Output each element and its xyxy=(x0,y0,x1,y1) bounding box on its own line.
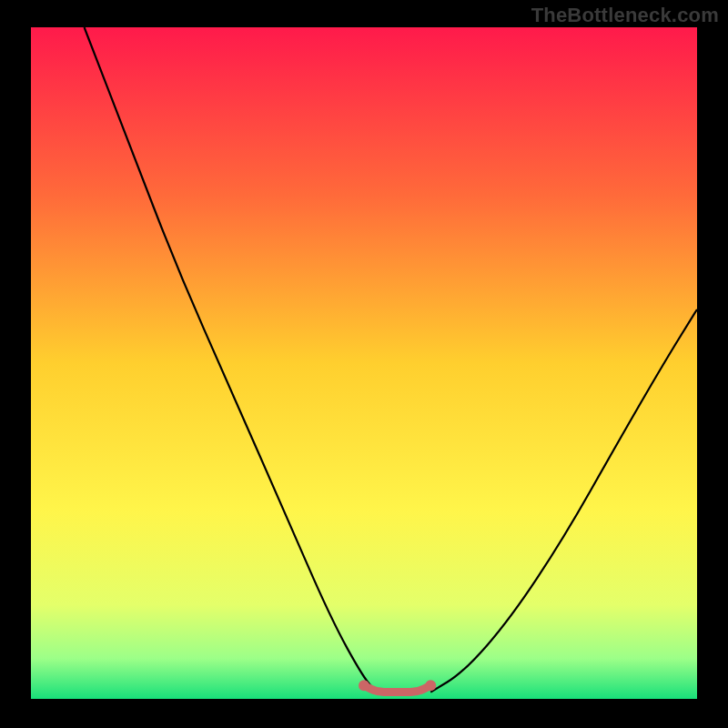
chart-frame: TheBottleneck.com xyxy=(0,0,728,728)
bottleneck-chart xyxy=(0,0,728,728)
svg-point-0 xyxy=(359,680,369,691)
chart-background xyxy=(31,27,697,699)
svg-point-1 xyxy=(425,680,436,691)
